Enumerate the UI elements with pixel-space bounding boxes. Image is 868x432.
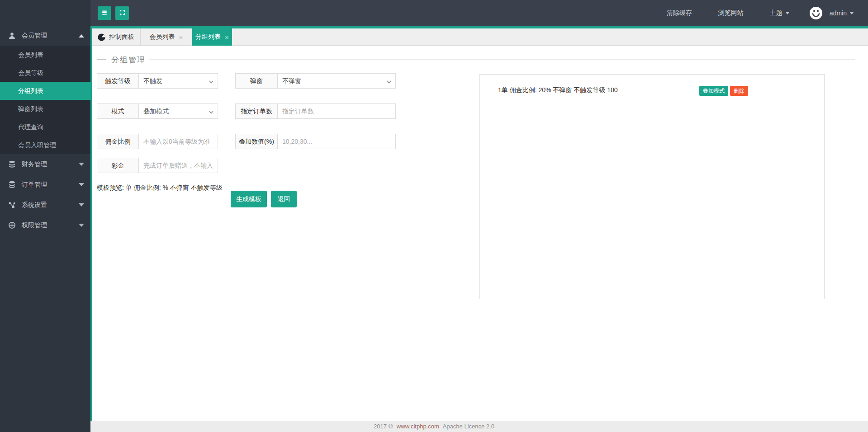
- tabbar: 控制面板 会员列表 × 分组列表 ×: [92, 28, 868, 46]
- field-bonus: 彩金: [97, 158, 218, 173]
- orders-icon: [8, 181, 16, 188]
- tab-label: 分组列表: [195, 33, 221, 41]
- sidebar-item-group-list[interactable]: 分组列表: [0, 82, 90, 100]
- field-mode: 模式 叠加模式: [97, 103, 218, 119]
- hamburger-icon: [101, 9, 108, 18]
- sidebar-section-label: 系统设置: [22, 201, 47, 209]
- chevron-down-icon: [79, 224, 84, 227]
- logo-area: [0, 0, 90, 26]
- bonus-input[interactable]: [139, 158, 218, 173]
- main-area: 控制面板 会员列表 × 分组列表 × 分组管理 触发等级 不触发: [90, 26, 868, 432]
- dashboard-icon: [98, 33, 105, 41]
- field-stack-value: 叠加数值(%): [235, 134, 396, 149]
- chevron-down-icon: [79, 183, 84, 186]
- template-item-text: 1单 佣金比例: 20% 不弹窗 不触发等级 100: [498, 86, 618, 94]
- browse-site-link[interactable]: 浏览网站: [718, 9, 744, 17]
- sidebar-item-member-level[interactable]: 会员等级: [0, 64, 90, 82]
- menu-toggle-button[interactable]: [98, 6, 111, 20]
- sidebar-item-member-list[interactable]: 会员列表: [0, 46, 90, 64]
- sidebar-section-label: 会员管理: [22, 32, 47, 40]
- footer-year: 2017 ©: [374, 423, 393, 430]
- tab-dashboard[interactable]: 控制面板: [92, 28, 141, 46]
- field-label: 指定订单数: [235, 103, 278, 119]
- user-menu[interactable]: admin: [830, 9, 854, 17]
- commission-rate-input[interactable]: [139, 134, 218, 149]
- close-icon[interactable]: ×: [179, 34, 183, 41]
- finance-icon: [8, 160, 16, 168]
- chevron-down-icon: [849, 12, 854, 14]
- delete-button[interactable]: 删除: [730, 86, 748, 96]
- close-icon[interactable]: ×: [225, 34, 229, 41]
- field-order-count: 指定订单数: [235, 103, 396, 119]
- chevron-down-icon: [785, 12, 790, 14]
- sidebar-item-popup-list[interactable]: 弹窗列表: [0, 100, 90, 118]
- stack-mode-button[interactable]: 叠加模式: [699, 86, 728, 96]
- sidebar-section-settings[interactable]: 系统设置: [0, 195, 90, 215]
- mode-select[interactable]: 叠加模式: [139, 104, 218, 118]
- theme-menu[interactable]: 主题: [770, 9, 790, 17]
- avatar[interactable]: [809, 6, 823, 20]
- sidebar-item-member-entry[interactable]: 会员入职管理: [0, 136, 90, 154]
- clear-cache-link[interactable]: 清除缓存: [667, 9, 692, 17]
- field-label: 叠加数值(%): [235, 134, 278, 149]
- group-management-page: 分组管理 触发等级 不触发 弹窗 不弹窗: [92, 46, 868, 420]
- theme-label: 主题: [770, 9, 783, 17]
- trigger-level-select[interactable]: 不触发: [139, 74, 218, 88]
- username: admin: [830, 9, 847, 17]
- order-count-input[interactable]: [278, 104, 395, 118]
- sidebar-section-label: 订单管理: [22, 181, 47, 189]
- tab-label: 控制面板: [109, 33, 134, 41]
- field-popup: 弹窗 不弹窗: [235, 73, 396, 89]
- topbar: 清除缓存 浏览网站 主题 admin: [90, 0, 868, 26]
- tab-member-list[interactable]: 会员列表 ×: [141, 28, 192, 46]
- sidebar-section-permissions[interactable]: 权限管理: [0, 215, 90, 235]
- sidebar-section-members[interactable]: 会员管理: [0, 26, 90, 46]
- field-label: 模式: [97, 103, 139, 119]
- field-label: 触发等级: [97, 73, 139, 89]
- footer: 2017 © www.cltphp.com Apache Licence 2.0: [0, 421, 868, 432]
- field-commission-rate: 佣金比例: [97, 134, 218, 149]
- sidebar-section-orders[interactable]: 订单管理: [0, 174, 90, 195]
- popup-select[interactable]: 不弹窗: [278, 74, 395, 88]
- stack-value-input[interactable]: [278, 134, 395, 149]
- footer-license: Apache Licence 2.0: [443, 423, 494, 430]
- settings-icon: [8, 201, 16, 209]
- fullscreen-icon: [119, 9, 126, 17]
- field-trigger-level: 触发等级 不触发: [97, 73, 218, 89]
- sidebar-submenu-members: 会员列表 会员等级 分组列表 弹窗列表 代理查询 会员入职管理: [0, 46, 90, 154]
- title-line: [149, 59, 855, 60]
- sidebar: 会员管理 会员列表 会员等级 分组列表 弹窗列表 代理查询 会员入职管理 财务管…: [0, 0, 90, 432]
- fullscreen-button[interactable]: [115, 6, 129, 20]
- chevron-up-icon: [79, 34, 84, 38]
- tab-group-list[interactable]: 分组列表 ×: [192, 28, 232, 46]
- permissions-icon: [8, 221, 16, 229]
- field-label: 佣金比例: [97, 134, 139, 149]
- sidebar-section-label: 权限管理: [22, 221, 47, 230]
- sidebar-item-agent-query[interactable]: 代理查询: [0, 118, 90, 136]
- user-icon: [8, 32, 16, 40]
- field-label: 彩金: [97, 158, 139, 173]
- back-button[interactable]: 返回: [271, 191, 297, 207]
- sidebar-section-finance[interactable]: 财务管理: [0, 154, 90, 174]
- sidebar-section-label: 财务管理: [22, 160, 47, 169]
- chevron-down-icon: [79, 163, 84, 166]
- generate-template-button[interactable]: 生成模板: [231, 191, 267, 207]
- template-preview-text: 模板预览: 单 佣金比例: % 不弹窗 不触发等级: [97, 184, 223, 192]
- page-title: 分组管理: [111, 55, 146, 65]
- footer-site-link[interactable]: www.cltphp.com: [397, 423, 439, 430]
- chevron-down-icon: [79, 203, 84, 207]
- template-list-panel: 1单 佣金比例: 20% 不弹窗 不触发等级 100 叠加模式 删除: [479, 74, 825, 299]
- tab-label: 会员列表: [150, 33, 175, 41]
- field-label: 弹窗: [235, 73, 278, 89]
- title-dash: [97, 59, 106, 60]
